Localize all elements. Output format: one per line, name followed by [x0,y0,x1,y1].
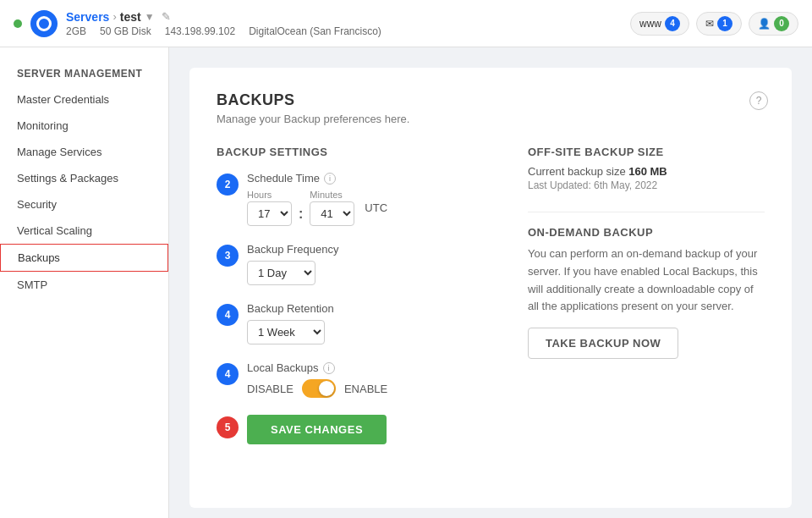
backup-size-text: Current backup size 160 MB [528,165,765,178]
breadcrumb-servers[interactable]: Servers [66,10,109,24]
breadcrumb: Servers › test ▼ ✎ [66,10,381,24]
on-demand-section: ON-DEMAND BACKUP You can perform an on-d… [528,226,765,359]
local-backups-label: Local Backups i [247,361,494,374]
save-changes-button[interactable]: SAVE CHANGES [247,415,387,444]
toggle-knob [319,381,334,396]
divider [528,212,765,212]
local-backups-toggle[interactable] [302,379,336,398]
backup-size-value: 160 MB [628,165,667,178]
content-card: ? BACKUPS Manage your Backup preferences… [189,68,792,508]
on-demand-title: ON-DEMAND BACKUP [528,226,765,239]
backup-frequency-select[interactable]: 1 Day 2 Days 3 Days Weekly [247,261,315,285]
server-meta: 2GB 50 GB Disk 143.198.99.102 DigitalOce… [66,25,381,37]
hours-select[interactable]: 17 00010203 04050607 08091011 12131415 1… [247,201,292,226]
schedule-time-info-icon[interactable]: i [324,173,336,185]
backup-retention-content: Backup Retention 1 Week 2 Weeks 1 Month … [247,302,494,344]
col-right: OFF-SITE BACKUP SIZE Current backup size… [528,146,765,461]
sidebar-item-settings-packages[interactable]: Settings & Packages [0,165,168,191]
backup-settings-title: BACKUP SETTINGS [217,146,494,158]
sidebar-item-security[interactable]: Security [0,191,168,218]
step-5-bubble: 5 [217,416,239,438]
sidebar-item-backups[interactable]: Backups [0,244,168,272]
email-count: 1 [717,16,732,31]
backup-retention-row: 4 Backup Retention 1 Week 2 Weeks 1 Mont… [217,302,494,344]
disable-label: DISABLE [247,383,294,395]
enable-label: ENABLE [344,383,387,395]
logo-inner [36,16,52,31]
status-dot [14,19,22,28]
step-2-bubble: 2 [217,174,239,196]
sidebar-item-vertical-scaling[interactable]: Vertical Scaling [0,218,168,244]
page-title: BACKUPS [217,91,765,109]
backup-frequency-row: 3 Backup Frequency 1 Day 2 Days 3 Days W… [217,243,494,285]
email-icon: ✉ [705,18,714,30]
backup-retention-select[interactable]: 1 Week 2 Weeks 1 Month 3 Months [247,320,325,344]
backup-frequency-label: Backup Frequency [247,243,494,256]
step-4-bubble: 4 [217,304,239,326]
schedule-time-content: Schedule Time i Hours 17 00010203 040506 [247,172,494,226]
help-icon[interactable]: ? [749,91,768,110]
server-ram: 2GB [66,25,86,37]
offsite-backup-title: OFF-SITE BACKUP SIZE [528,146,765,158]
www-label: www [639,18,661,30]
take-backup-button[interactable]: TAKE BACKUP NOW [528,328,678,359]
topbar-left: Servers › test ▼ ✎ 2GB 50 GB Disk 143.19… [14,10,381,37]
backup-frequency-text: Backup Frequency [247,243,338,256]
backup-retention-label: Backup Retention [247,302,494,315]
schedule-time-text: Schedule Time [247,172,320,185]
local-backups-row: 4 Local Backups i DISABLE [217,361,494,398]
save-changes-content: SAVE CHANGES [247,415,494,444]
topbar-right: www 4 ✉ 1 👤 0 [630,12,798,36]
server-disk: 50 GB Disk [100,25,151,37]
step-4b-bubble: 4 [217,363,239,385]
main-content: ? BACKUPS Manage your Backup preferences… [169,47,812,518]
time-colon: : [299,207,303,222]
minutes-label: Minutes [310,190,354,200]
schedule-time-inputs: Hours 17 00010203 04050607 08091011 1213… [247,190,494,226]
edit-server-icon[interactable]: ✎ [162,10,171,23]
local-backups-toggle-row: DISABLE ENABLE [247,379,494,398]
local-backups-text: Local Backups [247,361,319,374]
last-updated: Last Updated: 6th May, 2022 [528,179,765,191]
on-demand-description: You can perform an on-demand backup of y… [528,245,765,316]
hours-label: Hours [247,190,292,200]
sidebar-item-smtp[interactable]: SMTP [0,272,168,298]
minutes-select[interactable]: 41 00051015 20253035 40455055 [310,201,354,226]
sidebar-item-master-credentials[interactable]: Master Credentials [0,86,168,113]
local-backups-info-icon[interactable]: i [323,362,335,374]
local-backups-content: Local Backups i DISABLE ENABLE [247,361,494,398]
hours-col: Hours 17 00010203 04050607 08091011 1213… [247,190,292,226]
breadcrumb-dropdown-icon[interactable]: ▼ [145,11,155,23]
step-3-bubble: 3 [217,245,239,267]
utc-label: UTC [365,201,387,214]
www-badge[interactable]: www 4 [630,12,689,36]
offsite-backup-section: OFF-SITE BACKUP SIZE Current backup size… [528,146,765,191]
user-count: 0 [774,16,789,31]
topbar: Servers › test ▼ ✎ 2GB 50 GB Disk 143.19… [0,0,812,47]
breadcrumb-sep: › [112,10,116,23]
schedule-time-label: Schedule Time i [247,172,494,185]
two-col-layout: BACKUP SETTINGS 2 Schedule Time i Hours [217,146,765,461]
col-left: BACKUP SETTINGS 2 Schedule Time i Hours [217,146,494,461]
server-ip: 143.198.99.102 [165,25,235,37]
page-subtitle: Manage your Backup preferences here. [217,113,765,125]
layout: Server Management Master Credentials Mon… [0,47,812,518]
user-badge[interactable]: 👤 0 [749,12,798,36]
sidebar-section-title: Server Management [0,61,168,86]
www-count: 4 [665,16,680,31]
sidebar-item-manage-services[interactable]: Manage Services [0,139,168,165]
current-backup-label: Current backup size [528,165,628,178]
save-changes-row: 5 SAVE CHANGES [217,415,494,444]
breadcrumb-server-name[interactable]: test [120,10,141,24]
server-provider: DigitalOcean (San Francisco) [249,25,381,37]
backup-retention-text: Backup Retention [247,302,334,315]
sidebar: Server Management Master Credentials Mon… [0,47,169,518]
backup-frequency-content: Backup Frequency 1 Day 2 Days 3 Days Wee… [247,243,494,285]
user-icon: 👤 [758,18,771,30]
email-badge[interactable]: ✉ 1 [696,12,742,36]
minutes-col: Minutes 41 00051015 20253035 40455055 [310,190,354,226]
schedule-time-row: 2 Schedule Time i Hours 17 [217,172,494,226]
logo [30,10,58,37]
sidebar-item-monitoring[interactable]: Monitoring [0,113,168,139]
